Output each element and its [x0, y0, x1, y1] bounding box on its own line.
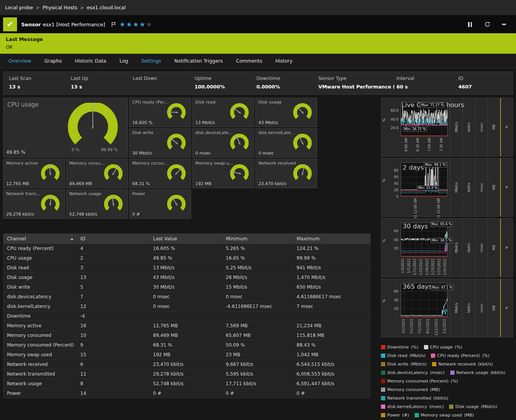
- y-tick-label: 60: [387, 229, 398, 233]
- info-value: 100.0000%: [195, 84, 252, 90]
- tab-comments[interactable]: Comments: [229, 54, 269, 68]
- legend-item-cpu-usage[interactable]: CPU usage (%): [424, 345, 463, 350]
- pause-button[interactable]: [468, 22, 473, 27]
- table-row[interactable]: Disk read313 Mbit/s5.25 Mbit/s941 Mbit/s: [3, 263, 371, 273]
- star-icon[interactable]: ★: [139, 20, 146, 28]
- star-icon[interactable]: ★: [126, 20, 133, 28]
- col-header-maximum[interactable]: Maximum: [293, 234, 371, 244]
- x-tick-label: 1/19/2022: [425, 258, 429, 275]
- graph-panel-30-days[interactable]: %60402030 daysMax: 65.6 %Min: 34.5 %1/3/…: [381, 218, 513, 277]
- cell-channel: Disk usage: [3, 273, 77, 282]
- legend-item-disk-usage[interactable]: Disk usage (Mbit/s): [449, 404, 497, 409]
- gauge-network-received[interactable]: Network received23,470 kbit/s: [255, 159, 317, 188]
- breadcrumb-link[interactable]: Physical Hosts: [43, 5, 77, 10]
- table-row[interactable]: Power140 #0 #0 #: [3, 389, 371, 398]
- graph-panel-live-graph-2-hours[interactable]: %60.040.020.0Live Graph, 2 hoursMax: 71.…: [381, 98, 513, 156]
- star-icon[interactable]: ★: [120, 20, 126, 28]
- table-row[interactable]: Network received623,470 kbit/s9,667 kbit…: [3, 360, 371, 369]
- table-row[interactable]: Memory consumed (Percent)968.31 %50.09 %…: [3, 340, 371, 350]
- tab-graphs[interactable]: Graphs: [38, 54, 68, 68]
- table-row[interactable]: Network transmitted1129,278 kbit/s5,595 …: [3, 369, 371, 379]
- legend-swatch: [449, 405, 453, 409]
- gauge-disk-devicelate[interactable]: disk.deviceLate...0 msec: [192, 128, 254, 158]
- legend-item-memory-swap-used[interactable]: Memory swap used (MB): [415, 413, 474, 418]
- col-header-channel[interactable]: Channel: [3, 234, 77, 244]
- priority-flag-icon[interactable]: [111, 22, 116, 27]
- gauge-value: 68.31 %: [132, 181, 150, 186]
- tab-historic-data[interactable]: Historic Data: [68, 54, 113, 68]
- y-tick-label: 20: [387, 307, 398, 311]
- legend-item-disk-read[interactable]: Disk read (Mbit/s): [381, 353, 425, 358]
- tab-notification-triggers[interactable]: Notification Triggers: [168, 54, 229, 68]
- table-row[interactable]: Memory active1612,765 MB7,569 MB21,234 M…: [3, 321, 371, 331]
- tab-history[interactable]: History: [269, 54, 299, 68]
- tab-settings[interactable]: Settings: [135, 54, 167, 68]
- table-row[interactable]: Memory consumed1089,469 MB65,607 MB115,8…: [3, 331, 371, 340]
- table-row[interactable]: Disk usage1343 Mbit/s26 Mbit/s1,470 Mbit…: [3, 273, 371, 282]
- gauge-min-label: 0 %: [72, 147, 79, 152]
- cell-last-value: 30 Mbit/s: [150, 282, 222, 292]
- gauge-disk-read[interactable]: Disk read13 Mbit/s: [192, 98, 254, 127]
- gauge-network-usage[interactable]: Network usage52,748 kbit/s: [66, 189, 128, 219]
- tab-log[interactable]: Log: [113, 54, 135, 68]
- col-header-minimum[interactable]: Minimum: [222, 234, 293, 244]
- tab-overview[interactable]: Overview: [2, 54, 38, 68]
- star-icon[interactable]: ★: [146, 20, 153, 28]
- more-options-button[interactable]: [502, 23, 506, 26]
- gauge-power[interactable]: Power0 #: [129, 189, 191, 219]
- col-header-last-value[interactable]: Last Value: [150, 234, 222, 244]
- gauge-network-trans[interactable]: Network trans...29,278 kbit/s: [3, 189, 65, 219]
- table-row[interactable]: Disk write530 Mbit/s15 Mbit/s650 Mbit/s: [3, 282, 371, 292]
- table-row[interactable]: CPU ready (Percent)416.605 %5.265 %124.2…: [3, 244, 371, 253]
- info-last-down: Last Down: [130, 76, 192, 90]
- legend-item-disk-devicelatency[interactable]: disk.deviceLatency (msec): [381, 370, 445, 375]
- gauge-memory-consu[interactable]: Memory consu...68.31 %: [129, 159, 191, 188]
- min-badge: Min: 26.72 %: [403, 127, 427, 132]
- gauge-disk-write[interactable]: Disk write30 Mbit/s: [129, 128, 191, 158]
- legend-label: disk.deviceLatency (msec): [387, 370, 445, 375]
- legend-item-power[interactable]: Power (#): [381, 413, 409, 418]
- cell-minimum: 0 #: [222, 389, 293, 398]
- table-row[interactable]: disk.deviceLatency70 msec0 msec4.611686E…: [3, 292, 371, 302]
- gauge-disk-kernellate[interactable]: disk.kernelLate...0 msec: [255, 128, 317, 158]
- legend-item-network-usage[interactable]: Network usage (kbit/s): [450, 370, 506, 375]
- table-row[interactable]: CPU usage249.85 %16.65 %99.99 %: [3, 253, 371, 263]
- col-header-id[interactable]: ID: [77, 234, 150, 244]
- table-row[interactable]: Memory swap used15192 MB23 MB1,042 MB: [3, 350, 371, 360]
- x-tick-label: 11/1/2021: [435, 319, 438, 336]
- gauge-memory-active[interactable]: Memory active12,765 MB: [3, 159, 65, 188]
- unit-label: msec: [479, 122, 483, 132]
- star-icon[interactable]: ★: [133, 20, 139, 28]
- legend-item-network-received[interactable]: Network received (kbit/s): [432, 362, 493, 367]
- cell-channel: Power: [3, 389, 77, 398]
- sensor-label: Sensor: [21, 22, 41, 27]
- gauge-value: 30 Mbit/s: [132, 151, 152, 156]
- legend-item-disk-write[interactable]: Disk write (Mbit/s): [381, 362, 427, 367]
- gauge-arc: [228, 132, 251, 155]
- legend-item-memory-consumed-percent[interactable]: Memory consumed (Percent) (%): [381, 379, 458, 384]
- cell-id: 15: [77, 350, 150, 360]
- legend-item-memory-consumed[interactable]: Memory consumed (MB): [381, 387, 440, 392]
- gauge-value: 192 MB: [195, 181, 212, 186]
- graph-panel-2-days[interactable]: %8060402002 daysMax: 98.1 %Min: 21.0 %1/…: [381, 158, 513, 217]
- breadcrumb-link[interactable]: esx1.cloud.local: [87, 5, 125, 10]
- legend-item-network-transmitted[interactable]: Network transmitted (kbit/s): [381, 396, 448, 401]
- gauge-disk-usage[interactable]: Disk usage43 Mbit/s: [255, 98, 317, 127]
- table-row[interactable]: Downtime-4: [3, 311, 371, 321]
- gauge-memory-consu[interactable]: Memory consu...89,469 MB: [66, 159, 128, 188]
- table-row[interactable]: Network usage852,748 kbit/s17,711 kbit/s…: [3, 379, 371, 389]
- gauge-cpu-usage-main[interactable]: CPU usage 0 % 99.99 % 49.85 %: [3, 98, 128, 158]
- x-tick-label: 7:00 AM: [428, 138, 431, 151]
- gauge-memory-swap-u[interactable]: Memory swap u...192 MB: [192, 159, 254, 188]
- breadcrumb-link[interactable]: Local probe: [5, 5, 33, 10]
- gauge-cpu-ready-per[interactable]: CPU ready (Per...16.605 %: [129, 98, 191, 127]
- refresh-button[interactable]: [484, 21, 490, 27]
- cell-maximum: 124.21 %: [293, 244, 371, 253]
- legend-item-downtime[interactable]: Downtime (%): [381, 345, 419, 350]
- x-tick-label: 1/1/2022: [443, 319, 446, 333]
- table-row[interactable]: disk.kernelLatency120 msec-4.611686E17 m…: [3, 302, 371, 311]
- legend-item-cpu-ready-percent[interactable]: CPU ready (Percent) (%): [431, 353, 489, 358]
- legend-item-disk-kernellatency[interactable]: disk.kernelLatency (msec): [381, 404, 444, 409]
- graph-panel-365-days[interactable]: %604020365 daysMax: 47.1 %3/1/20215/1/20…: [381, 279, 513, 337]
- legend-swatch: [381, 379, 385, 383]
